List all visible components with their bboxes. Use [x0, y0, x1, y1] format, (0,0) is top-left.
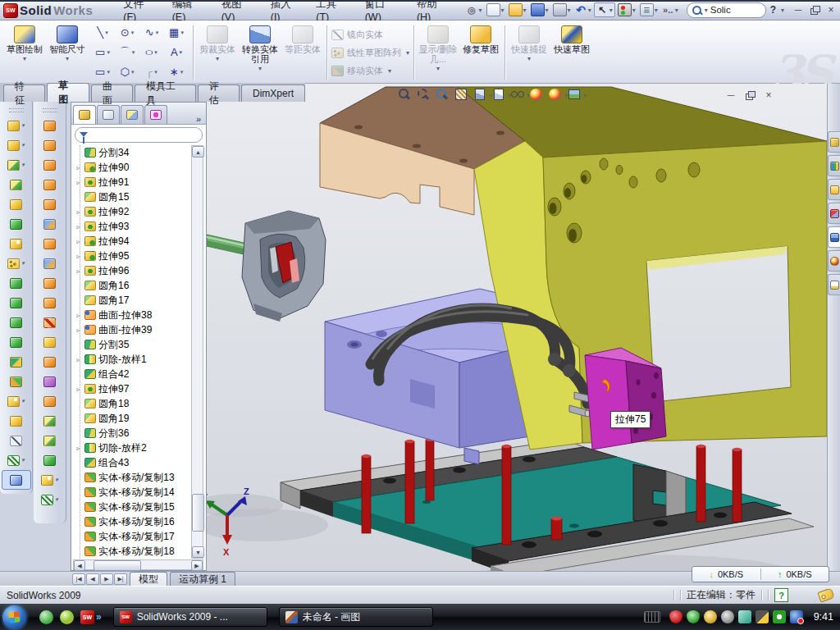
offset-entities-button[interactable]: 等距实体 — [281, 22, 324, 83]
tree-item[interactable]: ▹ 分割36 — [73, 426, 189, 441]
swept-surface-icon[interactable]: ▾ — [35, 116, 65, 135]
tree-item[interactable]: ▹ 拉伸96 — [73, 263, 189, 278]
scroll-down-button[interactable]: ▼ — [192, 546, 204, 558]
tree-horizontal-scrollbar[interactable]: ◀ ▶ — [73, 559, 203, 570]
tree-item[interactable]: ▹ 曲面-拉伸39 — [73, 322, 189, 337]
dropdown-arrow-icon[interactable]: ▾ — [55, 496, 58, 503]
revolved-surface-icon[interactable]: ▾ — [35, 135, 65, 155]
dropdown-arrow-icon[interactable]: ▾ — [588, 7, 591, 14]
surface-helix-icon[interactable]: ▾ — [35, 490, 65, 509]
trim-entities-button[interactable]: 剪裁实体 ▾ — [196, 22, 239, 83]
sketch-text-icon[interactable]: A ▾ — [164, 43, 189, 62]
solidworks-resources-tab[interactable] — [828, 131, 840, 153]
custom-properties-tab[interactable] — [828, 274, 840, 295]
dropdown-arrow-icon[interactable]: ▾ — [21, 162, 25, 168]
wrap-icon[interactable]: ▾ — [2, 313, 31, 332]
measure-icon[interactable]: ▾ — [2, 470, 31, 490]
lofted-surface-icon[interactable]: ▾ — [35, 155, 65, 175]
linear-pattern-icon[interactable]: ▾ — [2, 253, 31, 273]
tree-item[interactable]: ▹ 组合42 — [73, 367, 189, 381]
tree-item[interactable]: ▹ 实体-移动/复制17 — [73, 529, 189, 544]
expand-arrow-icon[interactable]: ▹ — [75, 267, 82, 275]
motion-study-tab[interactable]: 运动算例 1 — [170, 572, 235, 586]
expand-arrow-icon[interactable]: ▹ — [75, 223, 82, 231]
expand-arrow-icon[interactable]: ▹ — [75, 326, 82, 334]
expand-arrow-icon[interactable]: ▹ — [75, 164, 82, 171]
dropdown-arrow-icon[interactable]: ▾ — [609, 7, 613, 14]
dropdown-arrow-icon[interactable]: ▾ — [546, 7, 549, 14]
select-region-icon[interactable]: ▦ ▾ — [164, 23, 189, 43]
health-shield-tray-icon[interactable] — [773, 610, 786, 623]
apply-scene-icon[interactable]: ▾ — [548, 88, 563, 101]
tree-item[interactable]: ▹ 实体-移动/复制15 — [73, 500, 189, 514]
dropdown-arrow-icon[interactable]: ▾ — [21, 260, 25, 267]
dropdown-arrow-icon[interactable]: ▾ — [131, 69, 135, 75]
reference-axis-icon[interactable]: ▾ — [2, 431, 31, 450]
dropdown-arrow-icon[interactable]: ▾ — [154, 69, 158, 75]
toolbar-overflow-icon[interactable]: ».. ▾ — [660, 3, 680, 16]
filled-surface-icon[interactable]: ▾ — [35, 194, 65, 214]
toolbar-grip[interactable] — [9, 108, 24, 112]
tree-vertical-scrollbar[interactable]: ▲ ▼ — [191, 145, 203, 559]
move-entities-button[interactable]: 移动实体 ▾ — [331, 62, 409, 79]
tree-item[interactable]: ▹ 拉伸91 — [73, 175, 189, 189]
dropdown-arrow-icon[interactable]: ▾ — [258, 65, 262, 72]
circle-icon[interactable]: ⊙ ▾ — [115, 23, 139, 43]
new-document-icon[interactable]: ▾ — [485, 2, 506, 17]
tree-filter-input[interactable] — [75, 127, 203, 143]
rib-icon[interactable]: ▾ — [2, 273, 31, 293]
swept-boss-icon[interactable]: ▾ — [2, 175, 31, 194]
display-delete-relations-button[interactable]: 显示/删除几... ▾ — [417, 22, 459, 83]
scroll-up-button[interactable]: ▲ — [192, 146, 204, 158]
knit-surface-icon[interactable]: ▾ — [35, 411, 65, 431]
convert-entities-button[interactable]: 转换实体引用 ▾ — [239, 22, 281, 83]
repair-sketch-button[interactable]: 修复草图 — [459, 22, 502, 83]
view-settings-icon[interactable]: ▾ — [567, 88, 582, 101]
minimize-button[interactable]: ─ — [792, 5, 804, 16]
model-tab[interactable]: 模型 — [130, 572, 167, 586]
scroll-left-button[interactable]: ◀ — [74, 560, 85, 571]
keyboard-layout-icon[interactable] — [644, 611, 660, 623]
ruled-surface-icon[interactable]: ▾ — [35, 352, 65, 372]
print-icon[interactable]: ▾ — [551, 2, 573, 17]
revolved-boss-icon[interactable]: ▾ — [2, 135, 31, 155]
doc-restore-button[interactable] — [744, 90, 756, 101]
featuremanager-tab[interactable] — [73, 105, 96, 124]
dropdown-arrow-icon[interactable]: ▾ — [632, 7, 636, 14]
taskbar-window-button[interactable]: SW SolidWorks 2009 - ... — [113, 607, 267, 627]
tree-item[interactable]: ▹ 圆角15 — [73, 189, 189, 204]
expand-arrow-icon[interactable]: ▹ — [75, 179, 82, 186]
tree-item[interactable]: ▹ 分割34 — [73, 145, 189, 160]
tree-item[interactable]: ▹ 实体-移动/复制14 — [73, 485, 189, 500]
update-tray-icon[interactable] — [790, 610, 803, 623]
configurationmanager-tab[interactable] — [121, 105, 144, 124]
lofted-boss-icon[interactable]: ▾ — [2, 194, 31, 214]
3d-model-canvas[interactable]: Y Z X — [207, 84, 827, 571]
hide-show-items-icon[interactable]: ▾ — [510, 88, 525, 101]
expand-arrow-icon[interactable]: ▹ — [75, 312, 82, 319]
previous-view-icon[interactable]: ▾ — [435, 88, 450, 101]
arc-icon[interactable]: ⌒ ▾ — [115, 43, 139, 62]
dropdown-arrow-icon[interactable]: ▾ — [501, 7, 504, 14]
expand-arrow-icon[interactable]: ▹ — [75, 208, 82, 216]
dropdown-arrow-icon[interactable]: ▾ — [479, 7, 482, 14]
quick-launch-overflow-icon[interactable]: » — [96, 611, 102, 623]
dropdown-arrow-icon[interactable]: ▾ — [21, 457, 25, 463]
fillet-surface-icon[interactable]: ▾ — [35, 431, 65, 450]
planar-surface-icon[interactable]: ▾ — [35, 234, 65, 253]
tree-item[interactable]: ▹ 拉伸95 — [73, 249, 189, 263]
intersect-icon[interactable]: ▾ — [2, 332, 31, 352]
solidworks-quicklaunch-icon[interactable]: SW — [80, 610, 94, 624]
tree-item[interactable]: ▹ 圆角17 — [73, 293, 189, 308]
tab-nav-button[interactable]: ◀ — [86, 573, 99, 585]
dropdown-arrow-icon[interactable]: ▾ — [105, 30, 108, 36]
trim-surface-icon[interactable]: ▾ — [35, 372, 65, 391]
dimxpertmanager-tab[interactable] — [144, 105, 167, 124]
line-icon[interactable]: ╲ ▾ — [90, 23, 115, 43]
boundary-surface-icon[interactable]: ▾ — [35, 175, 65, 194]
design-library-tab[interactable] — [828, 155, 840, 176]
volume-tray-icon[interactable] — [721, 610, 734, 623]
expand-arrow-icon[interactable]: ▹ — [75, 386, 82, 393]
messenger-quicklaunch-icon[interactable] — [39, 610, 53, 624]
extend-surface-icon[interactable]: ▾ — [35, 273, 65, 293]
